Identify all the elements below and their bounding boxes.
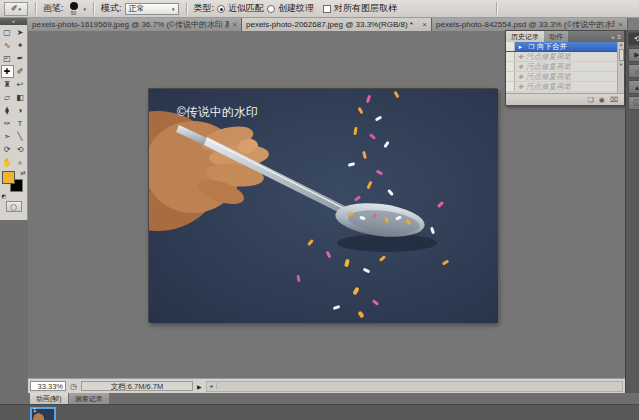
tool-path-selection[interactable]: ➣ xyxy=(1,130,14,143)
tool-line[interactable]: ╲ xyxy=(14,130,27,143)
tool-gradient[interactable]: ◧ xyxy=(14,91,27,104)
mode-select-value: 正常 xyxy=(129,3,145,14)
history-entry-spot-healing-2[interactable]: ✚ 污点修复画笔 xyxy=(506,62,619,72)
chevron-down-icon[interactable]: ▾ xyxy=(84,6,87,12)
current-tool-preset-button[interactable]: ✐ ▾ xyxy=(4,2,28,16)
mode-label: 模式: xyxy=(101,2,122,15)
frame-number: 1 xyxy=(33,407,36,413)
animation-panel: 动画(帧) 测量记录 1 xyxy=(0,393,639,420)
tool-clone-stamp[interactable]: ♜ xyxy=(1,78,14,91)
tool-crop[interactable]: ◰ xyxy=(1,52,14,65)
sprinkle xyxy=(357,107,363,115)
history-source-well[interactable] xyxy=(506,62,515,71)
history-source-well[interactable] xyxy=(506,42,515,51)
tool-rectangular-marquee[interactable]: ▢ xyxy=(1,26,14,39)
sprinkle xyxy=(359,216,366,221)
tool-lasso[interactable]: ∿ xyxy=(1,39,14,52)
brush-preview-button[interactable]: 50 xyxy=(67,2,81,16)
mode-select[interactable]: 正常 ▾ xyxy=(125,3,179,15)
tool-type[interactable]: T xyxy=(14,117,27,130)
tab-animation-frames[interactable]: 动画(帧) xyxy=(30,393,68,404)
tab-measurement-log[interactable]: 测量记录 xyxy=(69,393,109,404)
radio-proximity-match[interactable]: 近似匹配 xyxy=(217,2,264,15)
panel-collapse-icon[interactable]: » xyxy=(611,34,614,40)
tab-actions[interactable]: 动作 xyxy=(544,31,568,42)
scroll-left-icon[interactable]: ◄ xyxy=(207,383,217,389)
divider xyxy=(496,2,497,15)
panel-menu-icon[interactable]: ≡ xyxy=(617,34,621,40)
history-entry-spot-healing-3[interactable]: ✚ 污点修复画笔 xyxy=(506,72,619,82)
tab-history[interactable]: 历史记录 xyxy=(506,31,544,42)
default-colors-icon[interactable]: ◩ xyxy=(2,193,7,199)
foreground-color-swatch[interactable] xyxy=(2,171,15,184)
chevron-down-icon: ▾ xyxy=(19,6,22,12)
tool-3d-rotate[interactable]: ⟳ xyxy=(1,143,14,156)
tool-zoom[interactable]: ⌕ xyxy=(14,156,27,169)
new-snapshot-button[interactable]: ◉ xyxy=(599,96,605,104)
horizontal-scrollbar[interactable]: ◄ xyxy=(206,381,623,392)
tool-move[interactable]: ➤ xyxy=(14,26,27,39)
merge-down-icon: ❐ xyxy=(526,43,537,51)
scroll-up-icon[interactable]: ▲ xyxy=(619,42,623,47)
actions-panel-icon[interactable]: ▶ xyxy=(628,48,639,62)
tool-hand[interactable]: ✋ xyxy=(1,156,14,169)
scrollbar-thumb[interactable] xyxy=(619,49,624,61)
adjustments-panel-icon[interactable]: ☼ xyxy=(628,64,639,78)
sprinkle xyxy=(347,212,353,216)
healing-brush-icon: ✚ xyxy=(515,83,526,91)
tool-brush[interactable]: ✐ xyxy=(14,65,27,78)
animation-panel-tabs: 动画(帧) 测量记录 xyxy=(0,393,639,404)
photo-canvas[interactable]: ©传说中的水印 xyxy=(148,88,497,322)
brush-tip-icon xyxy=(70,2,78,10)
history-entry-merge-down[interactable]: ▸ ❐ 向下合并 xyxy=(506,42,619,52)
delete-state-button[interactable]: ⌧ xyxy=(610,96,618,104)
info-panel-icon[interactable]: ⓘ xyxy=(628,96,639,110)
tool-spot-healing-brush-selected[interactable]: ✚ xyxy=(1,65,14,78)
sprinkle xyxy=(430,227,435,235)
tool-dodge[interactable]: ◑ xyxy=(14,104,27,117)
divider xyxy=(35,2,36,15)
checkbox-sample-all-layers[interactable]: 对所有图层取样 xyxy=(323,2,397,15)
tool-magic-wand[interactable]: ✦ xyxy=(14,39,27,52)
history-entry-label: 污点修复画笔 xyxy=(526,82,571,92)
sample-all-layers-label: 对所有图层取样 xyxy=(334,2,397,15)
history-source-well[interactable] xyxy=(506,72,515,81)
document-tab-label: pexels-photo-842554.psd @ 33.3% (©传说中的水印… xyxy=(436,19,615,30)
status-menu-arrow-icon[interactable]: ▶ xyxy=(197,383,202,390)
document-tab-label: pexels-photo-1619569.jpeg @ 36.7% (©传说中的… xyxy=(32,19,229,30)
tool-eraser[interactable]: ▱ xyxy=(1,91,14,104)
history-list: ▸ ❐ 向下合并 ✚ 污点修复画笔 ✚ 污点修复画笔 ✚ 污点修复画笔 ✚ 污点… xyxy=(506,42,624,93)
history-source-well[interactable] xyxy=(506,82,515,91)
new-document-from-state-button[interactable]: ❏ xyxy=(588,96,594,104)
history-panel: 历史记录 动作 » ≡ ▸ ❐ 向下合并 ✚ 污点修复画笔 ✚ 污点修复画笔 ✚… xyxy=(505,30,625,106)
checkbox-icon xyxy=(323,5,331,13)
tool-3d-orbit[interactable]: ⟲ xyxy=(14,143,27,156)
scroll-down-icon[interactable]: ▼ xyxy=(619,62,623,67)
document-tab-2-active[interactable]: pexels-photo-2062687.jpeg @ 33.3%(RGB/8)… xyxy=(242,18,432,31)
radio-texture-label: 创建纹理 xyxy=(278,2,314,15)
sprinkle xyxy=(405,219,411,225)
history-source-well[interactable] xyxy=(506,52,515,61)
tool-eyedropper[interactable]: ✒ xyxy=(14,52,27,65)
brush-label: 画笔: xyxy=(43,2,64,15)
tool-blur[interactable]: ⧫ xyxy=(1,104,14,117)
history-panel-icon[interactable]: ⟲ xyxy=(628,32,639,46)
chevron-down-icon: ▾ xyxy=(172,6,175,12)
sprinkle xyxy=(362,151,367,160)
tool-history-brush[interactable]: ↩ xyxy=(14,78,27,91)
history-scrollbar[interactable]: ▲ ▼ xyxy=(617,42,624,93)
close-icon[interactable]: × xyxy=(422,20,427,29)
tool-pen[interactable]: ✑ xyxy=(1,117,14,130)
close-icon[interactable]: × xyxy=(232,20,237,29)
masks-panel-icon[interactable]: ▲ xyxy=(628,80,639,94)
sprinkle xyxy=(357,310,364,318)
history-entry-spot-healing-4[interactable]: ✚ 污点修复画笔 xyxy=(506,82,619,92)
radio-create-texture[interactable]: 创建纹理 xyxy=(267,2,314,15)
document-tab-1[interactable]: pexels-photo-1619569.jpeg @ 36.7% (©传说中的… xyxy=(28,18,242,31)
close-icon[interactable]: × xyxy=(618,20,623,29)
swap-colors-icon[interactable]: ⇄ xyxy=(20,169,25,176)
quick-mask-button[interactable]: ◯ xyxy=(6,201,22,212)
history-entry-spot-healing-1[interactable]: ✚ 污点修复画笔 xyxy=(506,52,619,62)
zoom-level-field[interactable]: 33.33% xyxy=(30,381,66,391)
toolbox-collapse-handle[interactable]: « xyxy=(0,18,27,25)
